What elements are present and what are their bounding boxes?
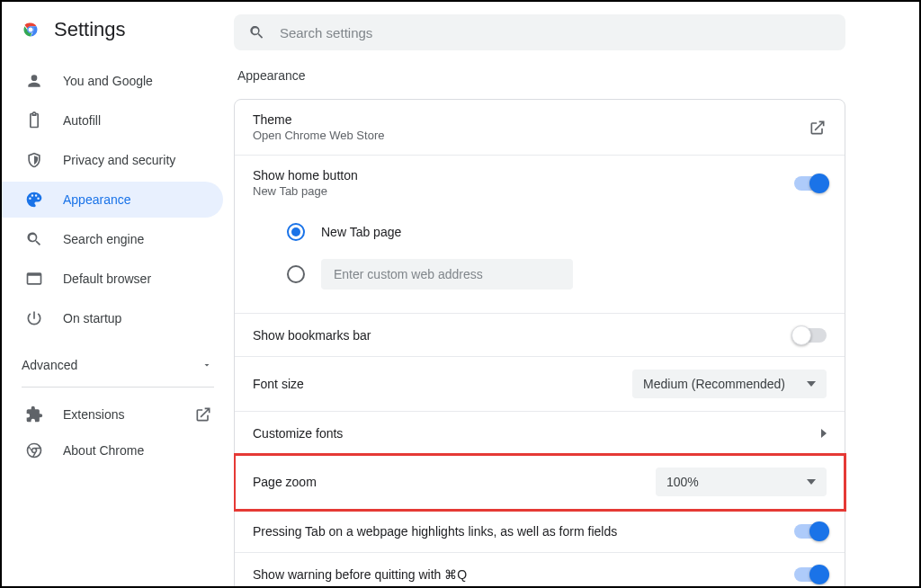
sidebar-item-label: Extensions: [63, 407, 124, 422]
bookmarks-toggle[interactable]: [794, 328, 827, 343]
font-size-title: Font size: [253, 377, 304, 391]
row-home-button: Show home button New Tab page: [235, 156, 845, 210]
radio-unselected-icon: [287, 265, 305, 283]
row-theme[interactable]: Theme Open Chrome Web Store: [235, 100, 845, 156]
appearance-card: Theme Open Chrome Web Store Show home bu…: [234, 99, 845, 586]
sidebar-item-extensions[interactable]: Extensions: [2, 396, 234, 432]
search-icon: [248, 23, 265, 41]
sidebar-item-you-and-google[interactable]: You and Google: [2, 63, 223, 99]
sidebar-item-autofill[interactable]: Autofill: [2, 102, 223, 138]
power-icon: [25, 309, 43, 327]
theme-sub: Open Chrome Web Store: [253, 129, 384, 142]
external-link-icon: [809, 119, 827, 137]
font-size-select[interactable]: Medium (Recommended): [632, 370, 827, 398]
sidebar-item-label: Privacy and security: [63, 153, 175, 167]
sidebar-item-label: You and Google: [63, 74, 153, 88]
chrome-logo-icon: [22, 21, 40, 39]
tab-highlight-toggle[interactable]: [794, 524, 827, 539]
sidebar-item-label: Search engine: [63, 232, 144, 246]
main-content: Appearance Theme Open Chrome Web Store S…: [234, 2, 919, 586]
radio-new-tab[interactable]: New Tab page: [287, 214, 827, 250]
theme-title: Theme: [253, 112, 384, 127]
sidebar: Settings You and Google Autofill Privacy…: [2, 2, 234, 586]
radio-custom-url[interactable]: [287, 250, 827, 298]
chevron-down-icon: [201, 360, 212, 370]
browser-icon: [25, 270, 43, 288]
row-font-size: Font size Medium (Recommended): [235, 357, 845, 412]
page-zoom-select[interactable]: 100%: [656, 468, 827, 496]
search-icon: [25, 230, 43, 248]
clipboard-icon: [25, 111, 43, 129]
chevron-right-icon: [821, 429, 827, 438]
sidebar-item-default-browser[interactable]: Default browser: [2, 261, 223, 297]
svg-point-2: [29, 28, 33, 32]
sidebar-item-label: On startup: [63, 311, 121, 325]
page-zoom-value: 100%: [666, 475, 699, 489]
customize-fonts-title: Customize fonts: [253, 426, 343, 441]
sidebar-item-about-chrome[interactable]: About Chrome: [2, 432, 234, 468]
radio-selected-icon: [287, 223, 305, 241]
bookmarks-title: Show bookmarks bar: [253, 328, 371, 343]
sidebar-item-label: Default browser: [63, 272, 151, 286]
home-button-toggle[interactable]: [794, 176, 827, 191]
quit-warning-toggle[interactable]: [794, 567, 827, 582]
row-tab-highlight: Pressing Tab on a webpage highlights lin…: [235, 510, 845, 553]
font-size-value: Medium (Recommended): [643, 377, 785, 391]
chrome-outline-icon: [25, 441, 43, 459]
sidebar-item-appearance[interactable]: Appearance: [2, 182, 223, 218]
sidebar-item-on-startup[interactable]: On startup: [2, 300, 223, 336]
palette-icon: [25, 191, 43, 209]
row-quit-warning: Show warning before quitting with ⌘Q: [235, 553, 845, 586]
sidebar-advanced-label: Advanced: [22, 358, 77, 372]
sidebar-item-label: Autofill: [63, 113, 101, 128]
search-input[interactable]: [280, 25, 831, 40]
home-button-sub: New Tab page: [253, 184, 358, 198]
external-link-icon: [194, 405, 212, 423]
row-bookmarks-bar: Show bookmarks bar: [235, 314, 845, 357]
tab-highlight-title: Pressing Tab on a webpage highlights lin…: [253, 524, 617, 539]
person-icon: [25, 72, 43, 90]
dropdown-icon: [807, 479, 816, 485]
custom-url-input[interactable]: [321, 259, 573, 290]
radio-new-tab-label: New Tab page: [321, 225, 401, 239]
puzzle-icon: [25, 405, 43, 423]
nav-list: You and Google Autofill Privacy and secu…: [2, 63, 234, 336]
divider: [22, 387, 214, 388]
brand: Settings: [2, 11, 234, 59]
search-bar[interactable]: [234, 14, 845, 50]
page-title: Settings: [54, 18, 126, 41]
sidebar-item-label: About Chrome: [63, 443, 144, 458]
home-button-title: Show home button: [253, 168, 358, 183]
section-title: Appearance: [237, 68, 910, 83]
sidebar-item-privacy[interactable]: Privacy and security: [2, 142, 223, 178]
page-zoom-title: Page zoom: [253, 475, 317, 489]
shield-icon: [25, 151, 43, 169]
quit-warning-title: Show warning before quitting with ⌘Q: [253, 567, 467, 582]
row-customize-fonts[interactable]: Customize fonts: [235, 412, 845, 455]
row-page-zoom: Page zoom 100%: [235, 455, 845, 510]
sidebar-advanced-toggle[interactable]: Advanced: [2, 345, 234, 385]
sidebar-item-label: Appearance: [63, 192, 131, 207]
dropdown-icon: [807, 381, 816, 387]
sidebar-item-search-engine[interactable]: Search engine: [2, 221, 223, 257]
home-button-radio-group: New Tab page: [235, 210, 845, 314]
